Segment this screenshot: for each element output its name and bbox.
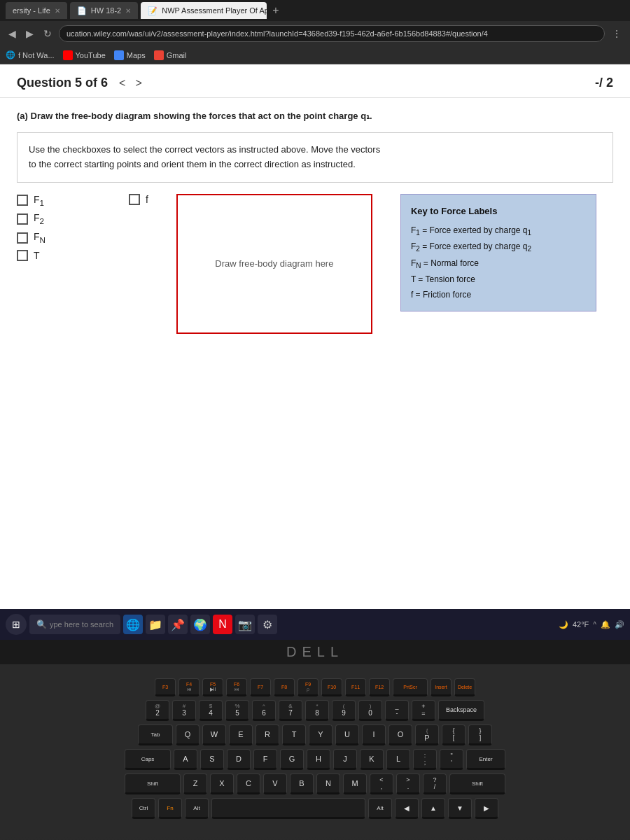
tab-hw-close[interactable]: ✕ <box>125 7 131 15</box>
key-h[interactable]: H <box>307 749 330 770</box>
key-u[interactable]: U <box>335 724 359 746</box>
checkbox-f-friction[interactable]: f <box>129 194 148 205</box>
taskbar-icon-music[interactable]: N <box>213 615 232 634</box>
key-q[interactable]: Q <box>176 724 200 746</box>
bookmark-not-wa[interactable]: 🌐 f Not Wa... <box>6 50 55 59</box>
key-f4[interactable]: F4 ⏮ <box>178 678 200 696</box>
checkbox-t[interactable]: T <box>17 250 101 261</box>
key-o[interactable]: O <box>388 724 412 746</box>
key-i[interactable]: I <box>362 724 386 746</box>
key-x[interactable]: X <box>210 774 234 794</box>
caret-icon[interactable]: ^ <box>593 621 596 629</box>
key-percent-5[interactable]: % 5 <box>225 700 249 721</box>
key-arrow-right[interactable]: ▶ <box>475 798 498 819</box>
key-tab[interactable]: Tab <box>138 724 173 746</box>
key-f3[interactable]: F3 <box>155 678 176 696</box>
key-j[interactable]: J <box>333 749 357 770</box>
new-tab-button[interactable]: + <box>270 4 281 17</box>
checkbox-f1-box[interactable] <box>17 195 28 206</box>
tab-life-close[interactable]: ✕ <box>55 7 60 15</box>
forward-button[interactable]: ▶ <box>23 28 36 39</box>
key-arrow-left[interactable]: ◀ <box>395 798 419 819</box>
checkbox-f-friction-box[interactable] <box>129 194 140 205</box>
key-arrow-up[interactable]: ▲ <box>421 798 445 819</box>
notification-icon[interactable]: 🔔 <box>601 620 610 629</box>
key-f7[interactable]: F7 <box>250 678 271 696</box>
key-comma[interactable]: < , <box>370 774 393 794</box>
bookmark-maps[interactable]: Maps <box>114 50 146 60</box>
checkbox-fn[interactable]: FN <box>17 231 101 244</box>
key-v[interactable]: V <box>263 774 287 794</box>
tab-hw[interactable]: 📄 HW 18-2 ✕ <box>70 2 138 19</box>
key-semicolon[interactable]: : ; <box>413 749 437 770</box>
taskbar-icon-camera[interactable]: 📷 <box>235 615 255 634</box>
key-a[interactable]: A <box>174 749 197 770</box>
diagram-area[interactable]: Draw free-body diagram here <box>176 194 372 334</box>
key-minus[interactable]: _ - <box>385 700 409 721</box>
taskbar-icon-edge[interactable]: 🌐 <box>123 615 143 634</box>
bookmark-gmail[interactable]: Gmail <box>154 50 187 60</box>
key-enter[interactable]: Enter <box>466 749 505 770</box>
key-m[interactable]: M <box>343 774 367 794</box>
question-prev-button[interactable]: < <box>116 77 128 90</box>
taskbar-search-button[interactable]: ⊞ <box>6 614 27 635</box>
key-caps[interactable]: Caps <box>125 749 171 770</box>
key-k[interactable]: K <box>360 749 384 770</box>
key-f6[interactable]: F6 ⏭ <box>226 678 247 696</box>
key-dollar-4[interactable]: $ 4 <box>199 700 223 721</box>
key-amp-7[interactable]: & 7 <box>279 700 302 721</box>
tab-nwp[interactable]: 📝 NWP Assessment Player Of Appli ✕ <box>141 2 267 19</box>
taskbar-icon-earth[interactable]: 🌍 <box>190 615 210 634</box>
tab-life[interactable]: ersity - Life ✕ <box>6 2 67 19</box>
key-shift-right[interactable]: Shift <box>449 774 505 794</box>
key-bracket-close[interactable]: } ] <box>468 724 492 746</box>
key-period[interactable]: > . <box>396 774 420 794</box>
checkbox-fn-box[interactable] <box>17 232 28 244</box>
key-insert[interactable]: Insert <box>430 678 451 696</box>
address-bar[interactable]: ucation.wiley.com/was/ui/v2/assessment-p… <box>59 25 605 42</box>
checkbox-f2[interactable]: F2 <box>17 212 101 225</box>
key-w[interactable]: W <box>202 724 226 746</box>
key-alt-left[interactable]: Alt <box>185 798 209 819</box>
key-slash[interactable]: ? / <box>423 774 447 794</box>
key-y[interactable]: Y <box>309 724 332 746</box>
key-equals[interactable]: + = <box>412 700 435 721</box>
key-l[interactable]: L <box>386 749 410 770</box>
key-quote[interactable]: " ' <box>440 749 463 770</box>
reload-button[interactable]: ↻ <box>41 28 55 39</box>
checkbox-f1[interactable]: F1 <box>17 194 101 207</box>
key-g[interactable]: G <box>280 749 304 770</box>
key-hash-3[interactable]: # 3 <box>172 700 196 721</box>
key-r[interactable]: R <box>255 724 279 746</box>
key-f11[interactable]: F11 <box>345 678 366 696</box>
key-f9[interactable]: F9 ρ <box>298 678 318 696</box>
key-space[interactable] <box>211 798 365 819</box>
key-e[interactable]: E <box>229 724 253 746</box>
key-fn-key[interactable]: Fn <box>158 798 182 819</box>
key-n[interactable]: N <box>316 774 340 794</box>
taskbar-icon-pin[interactable]: 📌 <box>168 615 188 634</box>
key-delete[interactable]: Delete <box>454 678 475 696</box>
key-ctrl-left[interactable]: Ctrl <box>132 798 155 819</box>
key-alt-right[interactable]: Alt <box>368 798 392 819</box>
key-star-8[interactable]: * 8 <box>305 700 329 721</box>
taskbar-search-text[interactable]: ype here to search <box>50 620 113 629</box>
taskbar-icon-folder[interactable]: 📁 <box>146 615 165 634</box>
key-caret-6[interactable]: ^ 6 <box>252 700 276 721</box>
volume-icon[interactable]: 🔊 <box>615 620 624 629</box>
key-p[interactable]: { P <box>415 724 439 746</box>
checkbox-t-box[interactable] <box>17 250 28 261</box>
key-paren-0[interactable]: ) 0 <box>358 700 382 721</box>
key-backspace[interactable]: Backspace <box>438 700 484 721</box>
key-f8[interactable]: F8 <box>274 678 295 696</box>
key-c[interactable]: C <box>237 774 260 794</box>
back-button[interactable]: ◀ <box>6 28 19 39</box>
key-z[interactable]: Z <box>183 774 207 794</box>
key-shift-left[interactable]: Shift <box>125 774 181 794</box>
checkbox-f2-box[interactable] <box>17 214 28 225</box>
key-f12[interactable]: F12 <box>369 678 390 696</box>
key-b[interactable]: B <box>290 774 314 794</box>
key-f5[interactable]: F5 ▶II <box>202 678 223 696</box>
key-t[interactable]: T <box>282 724 306 746</box>
key-f[interactable]: F <box>253 749 277 770</box>
